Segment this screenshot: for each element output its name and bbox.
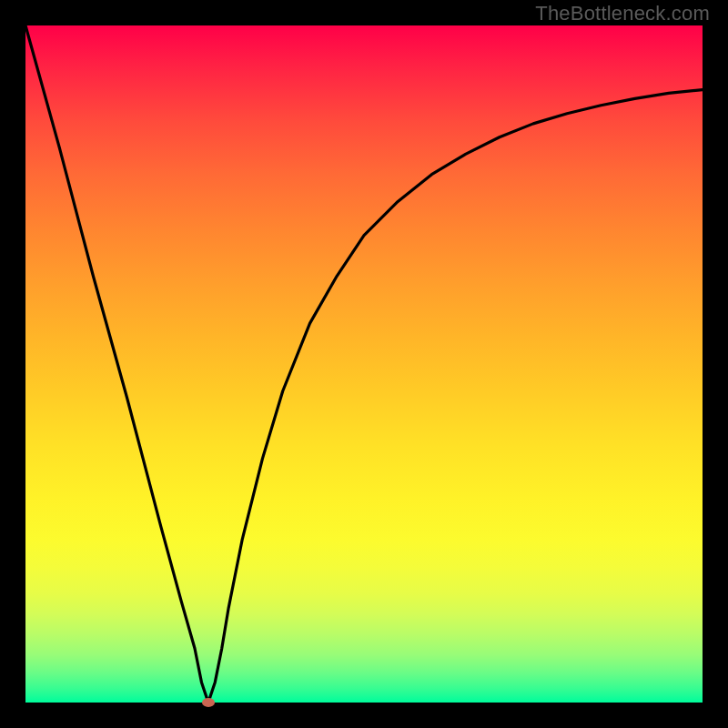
minimum-marker bbox=[202, 698, 215, 707]
plot-area bbox=[25, 25, 703, 703]
chart-container: TheBottleneck.com bbox=[0, 0, 728, 728]
watermark-text: TheBottleneck.com bbox=[535, 2, 710, 25]
bottleneck-curve bbox=[25, 25, 703, 703]
